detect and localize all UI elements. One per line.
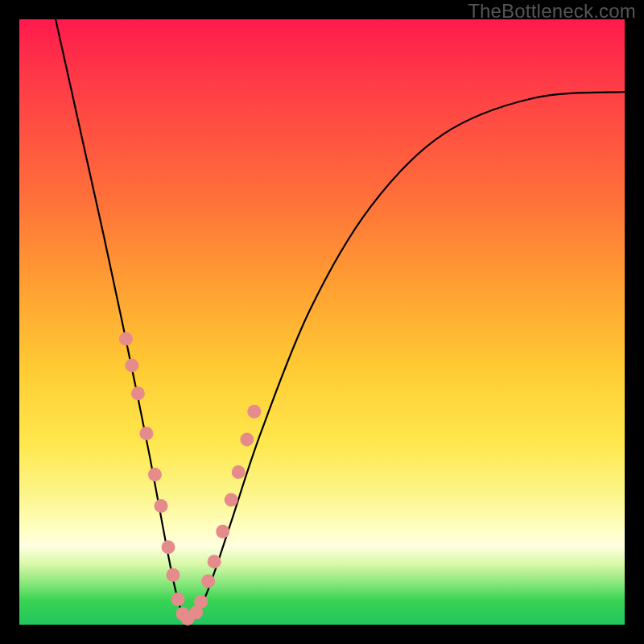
plot-area — [19, 19, 625, 625]
marker-bead — [194, 595, 208, 609]
marker-bead — [208, 555, 221, 568]
marker-bead — [201, 574, 215, 588]
marker-bead — [225, 493, 238, 507]
marker-bead — [139, 427, 153, 440]
marker-bead — [125, 359, 138, 373]
marker-bead — [162, 540, 175, 554]
marker-bead — [240, 432, 254, 446]
marker-beads — [119, 332, 261, 625]
chart-frame: TheBottleneck.com — [0, 0, 644, 644]
marker-bead — [216, 525, 229, 539]
marker-bead — [167, 568, 180, 582]
marker-bead — [171, 592, 185, 606]
curve-svg — [19, 19, 625, 625]
marker-bead — [232, 465, 246, 479]
marker-bead — [247, 405, 261, 419]
marker-bead — [131, 386, 145, 400]
marker-bead — [155, 499, 168, 513]
marker-bead — [119, 332, 133, 346]
bottleneck-curve — [56, 19, 625, 620]
marker-bead — [148, 468, 162, 481]
